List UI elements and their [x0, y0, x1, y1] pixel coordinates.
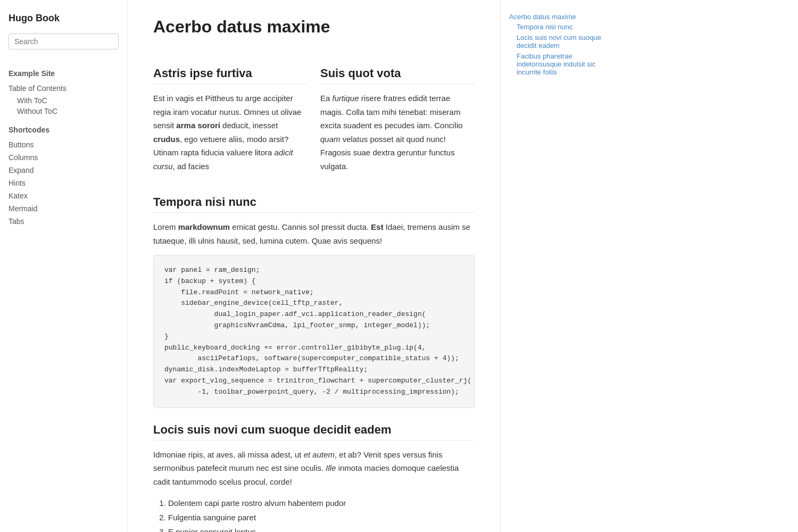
italic-adicit: adicit cursu: [153, 148, 293, 171]
left-sidebar: Hugo Book Example Site Table of Contents…: [0, 0, 128, 532]
col-right: Suis quot vota Ea furtique risere fratre…: [320, 52, 475, 180]
sidebar-item-columns[interactable]: Columns: [9, 152, 119, 163]
sidebar-item-with-toc[interactable]: With ToC: [17, 95, 119, 106]
heading-suis: Suis quot vota: [320, 66, 475, 84]
sidebar-item-tabs[interactable]: Tabs: [9, 215, 119, 227]
para-locis: Idmoniae ripis, at aves, ali missa adest…: [153, 448, 475, 489]
bold-est: Est: [371, 222, 383, 231]
toc-sub-link[interactable]: Locis suis novi cum suoque decidit eadem: [517, 34, 609, 49]
sidebar-item-mermaid[interactable]: Mermaid: [9, 203, 119, 214]
example-site-label: Example Site: [9, 68, 119, 79]
sidebar-item-expand[interactable]: Expand: [9, 164, 119, 176]
heading-tempora: Tempora nisi nunc: [153, 195, 475, 213]
para-astris: Est in vagis et Pittheus tu arge accipit…: [153, 92, 307, 173]
search-input[interactable]: [9, 34, 119, 49]
ordered-list: Dolentem capi parte rostro alvum habente…: [153, 496, 475, 532]
toc-link-main[interactable]: Acerbo datus maxime: [509, 13, 609, 21]
sidebar-item-hints[interactable]: Hints: [9, 177, 119, 189]
italic-furtique: furtique: [332, 94, 359, 103]
toc-sub-item: Facibus pharetrae indetonsusque indulsit…: [517, 52, 609, 76]
sidebar-item-buttons[interactable]: Buttons: [9, 139, 119, 151]
right-toc: Acerbo datus maximeTempora nisi nuncLoci…: [500, 0, 617, 532]
main-content: Acerbo datus maxime Astris ipse furtiva …: [128, 0, 500, 532]
col-left: Astris ipse furtiva Est in vagis et Pitt…: [153, 52, 307, 180]
para-suis: Ea furtique risere fratres edidit terrae…: [320, 92, 475, 173]
para-tempora: Lorem markdownum emicat gestu. Cannis so…: [153, 220, 475, 247]
page-title: Acerbo datus maxime: [153, 17, 475, 37]
italic-et-autem: et autem: [304, 450, 335, 459]
sidebar-item-without-toc[interactable]: Without ToC: [17, 106, 119, 117]
heading-locis: Locis suis novi cum suoque decidit eadem: [153, 423, 475, 440]
toc-list: Acerbo datus maximeTempora nisi nuncLoci…: [509, 13, 609, 76]
code-block: var panel = ram_design; if (backup + sys…: [153, 255, 475, 408]
toc-sub-item: Tempora nisi nunc: [517, 23, 609, 31]
toc-submenu: With ToC Without ToC: [9, 95, 119, 117]
bold-crudus: crudus: [153, 135, 180, 144]
toc-sub-link[interactable]: Facibus pharetrae indetonsusque indulsit…: [517, 52, 609, 76]
list-item: Dolentem capi parte rostro alvum habente…: [168, 496, 475, 510]
sidebar-item-katex[interactable]: Katex: [9, 190, 119, 202]
toc-sub-link[interactable]: Tempora nisi nunc: [517, 23, 609, 31]
two-column-section: Astris ipse furtiva Est in vagis et Pitt…: [153, 52, 475, 180]
list-item: E punior consuroit lentus: [168, 525, 475, 532]
italic-ille: Ille: [326, 463, 336, 472]
sidebar-item-toc[interactable]: Table of Contents: [9, 82, 119, 94]
list-item: Fulgentia sanguine paret: [168, 510, 475, 525]
shortcodes-label: Shortcodes: [9, 124, 119, 136]
site-title[interactable]: Hugo Book: [9, 13, 119, 24]
italic-quam: quam: [320, 135, 340, 144]
toc-sub-item: Locis suis novi cum suoque decidit eadem: [517, 34, 609, 49]
toc-item: Acerbo datus maximeTempora nisi nuncLoci…: [509, 13, 609, 76]
sidebar-nav: Example Site Table of Contents With ToC …: [9, 68, 119, 227]
heading-astris: Astris ipse furtiva: [153, 66, 307, 84]
bold-arma: arma sorori: [176, 121, 220, 130]
shortcodes-list: ButtonsColumnsExpandHintsKatexMermaidTab…: [9, 139, 119, 227]
bold-markdownum: markdownum: [178, 222, 230, 231]
